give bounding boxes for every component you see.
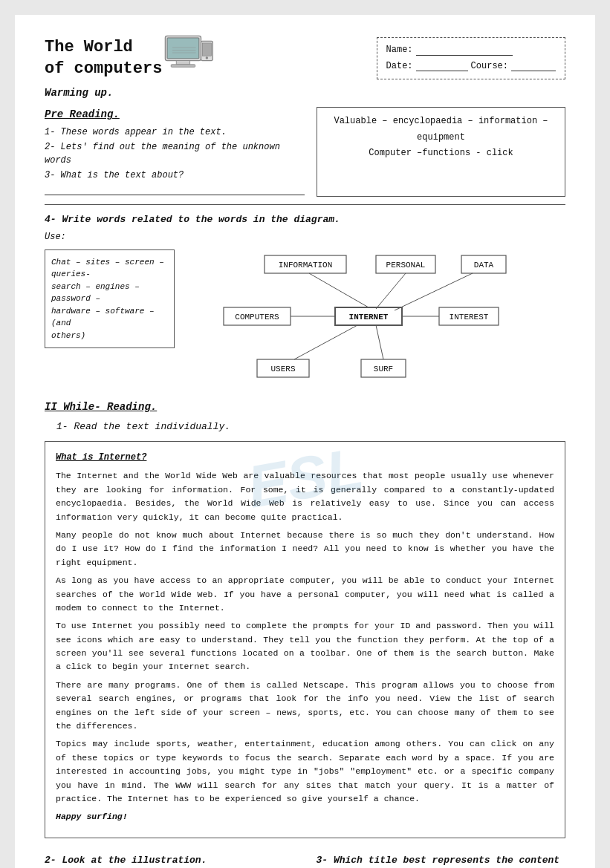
name-date-box: Name: Date: Course: [377,37,565,79]
bottom-right: 3- Which title best represents the conte… [317,853,566,868]
name-line: Name: [386,42,556,59]
svg-line-26 [309,273,369,307]
reading-paragraph-5: There are many programs. One of them is … [56,679,554,734]
svg-text:DATA: DATA [474,261,494,270]
reading-paragraph-3: As long as you have access to an appropr… [56,574,554,615]
reading-paragraph-2: Many people do not know much about Inter… [56,529,554,570]
reading-paragraph-4: To use Internet you possibly need to com… [56,619,554,674]
svg-line-28 [395,273,473,310]
word-bank: Chat – sites – screen – queries- search … [45,249,175,349]
diagram-use-label: Use: [45,230,565,244]
computer-icon [162,33,214,78]
warming-up-label: Warming up. [45,85,565,101]
page: ESL The World of computers [15,15,595,868]
read-instruction: 1- Read the text individually. [56,420,565,434]
svg-line-27 [376,273,406,309]
name-label: Name: [386,42,413,59]
pre-reading-item3: 3- What is the text about? [45,169,305,195]
svg-rect-2 [177,61,190,65]
bottom-section: 2- Look at the illustration. Which are r… [45,853,565,868]
title-area: The World of computers [45,37,162,79]
vocab-line2: Computer –functions - click [326,146,556,162]
pre-reading-item2: 2- Lets' find out the meaning of the unk… [45,140,305,167]
date-label: Date: [386,59,413,75]
reading-paragraph-7: Happy surfing! [56,810,554,823]
pre-reading-left: Pre Reading. 1- These words appear in th… [45,107,305,197]
svg-text:INFORMATION: INFORMATION [279,261,333,270]
name-field[interactable] [416,45,513,56]
course-field[interactable] [511,61,556,71]
reading-paragraph-1: The Internet and the World Wide Web are … [56,469,554,524]
svg-rect-1 [167,38,199,59]
pre-reading-section: Pre Reading. 1- These words appear in th… [45,107,565,197]
svg-rect-5 [203,43,212,56]
section-divider [45,204,565,205]
svg-rect-3 [172,65,195,68]
reading-box-title: What is Internet? [56,451,554,465]
diagram-container: INFORMATION PERSONAL DATA COMPUTERS INTE… [186,249,565,388]
header: The World of computers Name: [45,37,565,79]
svg-text:INTERNET: INTERNET [349,313,389,322]
vocab-line1: Valuable – encyclopaedia – information –… [326,114,556,146]
diagram-svg: INFORMATION PERSONAL DATA COMPUTERS INTE… [186,249,513,383]
pre-reading-label: Pre Reading. [45,107,305,123]
svg-text:COMPUTERS: COMPUTERS [235,313,279,322]
bottom-right-label: 3- Which title best represents the conte… [317,853,566,868]
bottom-left-label: 2- Look at the illustration. [45,853,294,868]
date-line: Date: Course: [386,59,556,75]
svg-text:INTEREST: INTEREST [450,313,489,322]
while-reading-label: II While- Reading. [45,399,565,415]
course-label: Course: [471,59,508,75]
text-about-field[interactable] [45,185,305,195]
diagram-label: 4- Write words related to the words in t… [45,212,565,227]
bottom-left: 2- Look at the illustration. Which are r… [45,853,294,868]
page-title: The World of computers [45,37,162,79]
svg-text:SURF: SURF [374,365,393,373]
reading-box: What is Internet? The Internet and the W… [45,441,565,838]
date-field[interactable] [416,61,468,71]
pre-reading-items: 1- These words appear in the text. 2- Le… [45,125,305,195]
reading-paragraph-6: Topics may include sports, weather, ente… [56,737,554,806]
svg-text:USERS: USERS [270,365,295,373]
svg-point-6 [206,56,209,59]
svg-line-31 [294,325,357,359]
svg-text:PERSONAL: PERSONAL [386,261,426,270]
svg-line-32 [376,325,383,359]
pre-reading-item1: 1- These words appear in the text. [45,125,305,139]
diagram-row: Chat – sites – screen – queries- search … [45,249,565,388]
vocab-box: Valuable – encyclopaedia – information –… [317,107,565,197]
diagram-section: 4- Write words related to the words in t… [45,212,565,388]
